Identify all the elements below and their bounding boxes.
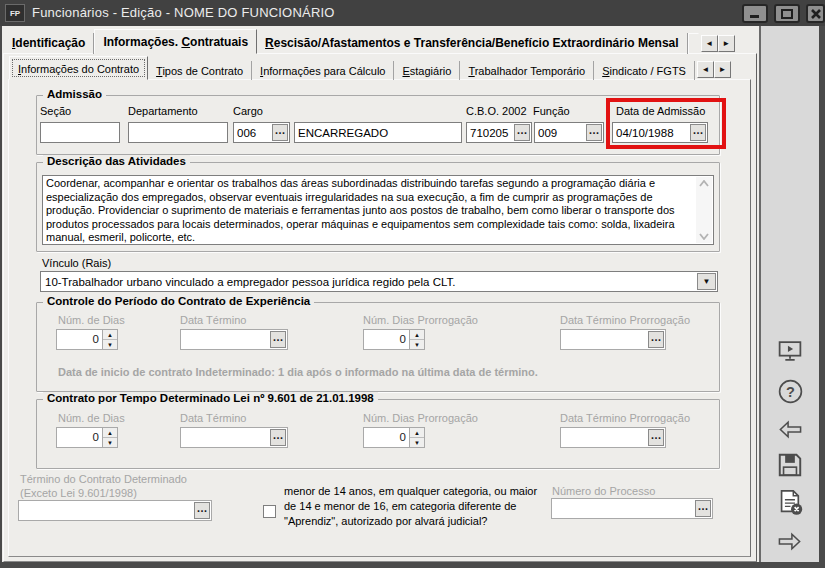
partial-tab[interactable] — [688, 33, 699, 54]
lei-data-termino-browse-button[interactable]: … — [270, 429, 286, 446]
numero-processo-field: … — [551, 498, 713, 519]
exp-data-termino-browse-button[interactable]: … — [270, 331, 286, 348]
tab-scroller-main: ◄ ► — [701, 35, 735, 52]
help-button[interactable]: ? — [775, 376, 805, 406]
data-admissao-input[interactable] — [613, 123, 689, 142]
lei-data-termino-prorrogacao-field: … — [560, 427, 666, 448]
termino-contrato-browse-button[interactable]: … — [194, 502, 210, 519]
data-admissao-label: Data de Admissão — [616, 105, 705, 117]
close-button[interactable] — [806, 4, 825, 23]
minimize-button[interactable] — [742, 4, 768, 23]
menor-idade-checkbox[interactable] — [263, 505, 276, 518]
tab-row-main: IdentificaçãoInformações. ContratuaisRes… — [4, 29, 757, 54]
vinculo-dropdown-button[interactable]: ▼ — [697, 273, 716, 290]
exp-data-termino-input[interactable] — [181, 330, 269, 349]
secao-input[interactable] — [41, 123, 119, 142]
exp-data-termino-prorrogacao-field: … — [560, 329, 666, 350]
vinculo-combobox[interactable]: 10-Trabalhador urbano vinculado a empreg… — [40, 271, 718, 292]
tab-row-sub: Informações do ContratoTipos de Contrato… — [9, 56, 751, 80]
numero-processo-input[interactable] — [552, 499, 694, 518]
cbo-label: C.B.O. 2002 — [466, 105, 527, 117]
tab-trabalhador-tempora-rio[interactable]: Trabalhador Temporário — [460, 61, 594, 80]
maximize-icon — [780, 8, 794, 20]
window-border-left — [0, 26, 2, 568]
lei-data-termino-prorrogacao-input[interactable] — [561, 428, 647, 447]
descricao-textarea[interactable]: Coordenar, acompanhar e orientar os trab… — [42, 175, 714, 245]
descricao-scrollbar[interactable] — [696, 177, 712, 243]
maximize-button[interactable] — [774, 4, 800, 23]
delete-record-button[interactable] — [775, 487, 805, 517]
window-border-bottom — [0, 562, 825, 568]
spin-down-button[interactable]: ▼ — [410, 438, 424, 447]
spin-up-button[interactable]: ▲ — [410, 428, 424, 438]
exp-num-dias-label: Núm. de Dias — [58, 314, 125, 326]
lei-data-termino-input[interactable] — [181, 428, 269, 447]
monitor-play-icon — [776, 338, 804, 365]
departamento-field — [128, 122, 228, 143]
cbo-browse-button[interactable]: … — [514, 124, 530, 141]
funcao-field: … — [534, 122, 604, 143]
spin-down-button[interactable]: ▼ — [410, 340, 424, 349]
spin-down-button[interactable]: ▼ — [103, 438, 117, 447]
next-record-button[interactable] — [775, 526, 805, 556]
scroll-up-chevron-icon[interactable] — [699, 180, 709, 187]
app-icon: FP — [5, 4, 25, 22]
arrow-left-icon: ◄ — [701, 65, 709, 74]
tab-scroll-left-button[interactable]: ◄ — [697, 61, 714, 78]
exp-num-dias-prorrogacao-value[interactable]: 0 — [364, 330, 409, 349]
spin-up-button[interactable]: ▲ — [103, 330, 117, 340]
exp-data-termino-prorrogacao-input[interactable] — [561, 330, 647, 349]
minimize-icon — [748, 8, 762, 19]
tab-informac-o-es-contratuais[interactable]: Informações. Contratuais — [94, 29, 257, 54]
lei-num-dias-prorrogacao-value[interactable]: 0 — [364, 428, 409, 447]
previous-record-button[interactable] — [775, 414, 805, 444]
experiencia-note: Data de inicio de contrato Indeterminado… — [58, 366, 538, 378]
exp-data-termino-prorrogacao-browse-button[interactable]: … — [648, 331, 664, 348]
tab-rescisa-o-afastamentos-e-transfere-ncia-[interactable]: Rescisão/Afastamentos e Transferência/Be… — [257, 33, 688, 54]
lei-num-dias-value[interactable]: 0 — [57, 428, 102, 447]
termino-contrato-input[interactable] — [19, 501, 193, 520]
funcao-input[interactable] — [535, 123, 585, 142]
save-button[interactable] — [775, 450, 805, 480]
lei-data-termino-prorrogacao-browse-button[interactable]: … — [648, 429, 664, 446]
monitor-play-button[interactable] — [775, 336, 805, 366]
departamento-input[interactable] — [129, 123, 227, 142]
exp-num-dias-value[interactable]: 0 — [57, 330, 102, 349]
ellipsis-icon: … — [651, 333, 662, 342]
spin-down-button[interactable]: ▼ — [103, 340, 117, 349]
ellipsis-icon: … — [651, 431, 662, 440]
termino-contrato-field: … — [18, 500, 212, 521]
cargo-label: Cargo — [233, 105, 263, 117]
cargo-codigo-input[interactable] — [234, 123, 271, 142]
previous-record-icon — [776, 417, 804, 442]
numero-processo-browse-button[interactable]: … — [695, 500, 711, 517]
tab-estagia-rio[interactable]: Estagiário — [394, 61, 460, 80]
spin-up-button[interactable]: ▲ — [103, 428, 117, 438]
window-border-right — [819, 26, 825, 568]
ellipsis-icon: … — [693, 126, 704, 135]
data-admissao-browse-button[interactable]: … — [690, 124, 706, 141]
tab-scroll-right-button[interactable]: ► — [714, 61, 731, 78]
funcao-browse-button[interactable]: … — [586, 124, 602, 141]
svg-text:?: ? — [786, 383, 795, 399]
tab-informac-o-es-para-ca-lculo[interactable]: Informações para Cálculo — [252, 61, 394, 80]
close-icon — [810, 8, 822, 20]
spin-up-button[interactable]: ▲ — [410, 330, 424, 340]
tab-identificac-a-o[interactable]: Identificação — [4, 33, 94, 54]
cbo-input[interactable] — [467, 123, 513, 142]
arrow-right-icon: ► — [718, 65, 726, 74]
tab-scroll-left-button[interactable]: ◄ — [701, 35, 718, 52]
arrow-left-icon: ◄ — [705, 39, 713, 48]
chevron-down-icon: ▼ — [703, 277, 711, 286]
group-descricao-title: Descrição das Atividades — [43, 155, 190, 167]
tab-strip-main: IdentificaçãoInformações. ContratuaisRes… — [4, 29, 688, 54]
tab-sindicato-fgts[interactable]: Sindicato / FGTS — [594, 61, 695, 80]
tab-tipos-de-contrato[interactable]: Tipos de Contrato — [148, 61, 252, 80]
tab-scroll-right-button[interactable]: ► — [718, 35, 735, 52]
cargo-nome-input[interactable] — [295, 123, 461, 142]
tab-informac-o-es-do-contrato[interactable]: Informações do Contrato — [9, 56, 148, 80]
cargo-browse-button[interactable]: … — [272, 124, 288, 141]
scroll-down-chevron-icon[interactable] — [699, 233, 709, 240]
ellipsis-icon: … — [589, 126, 600, 135]
lei-num-dias-label: Núm. de Dias — [58, 412, 125, 424]
